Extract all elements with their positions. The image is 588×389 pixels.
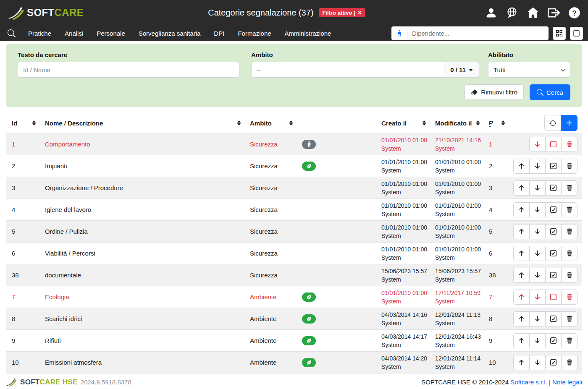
help-icon[interactable]: ? (568, 7, 580, 19)
company-link[interactable]: Softcare s.r.l. (510, 379, 547, 386)
col-header-id[interactable]: Id (6, 120, 39, 127)
logout-icon[interactable] (547, 7, 560, 19)
row-actions (508, 333, 582, 348)
nav-item-analisi[interactable]: Analisi (58, 30, 90, 37)
language-globe-icon[interactable] (505, 6, 519, 19)
toggle-enabled-button[interactable] (545, 224, 562, 239)
move-down-button[interactable] (529, 246, 546, 261)
nav-item-personale[interactable]: Personale (90, 30, 132, 37)
delete-button[interactable] (561, 159, 578, 174)
toggle-enabled-button[interactable] (545, 268, 562, 283)
nav-item-pratiche[interactable]: Pratiche (21, 30, 58, 37)
toggle-enabled-button[interactable] (545, 290, 562, 305)
abilitato-select[interactable]: Tutti (488, 62, 570, 78)
cell-name[interactable]: Ecologia (39, 293, 244, 300)
search-icon[interactable] (5, 29, 18, 38)
sort-icon[interactable] (289, 120, 293, 125)
app-logo[interactable]: SOFTCARE (8, 6, 98, 20)
text-search-input[interactable] (18, 62, 239, 78)
delete-button[interactable] (561, 224, 578, 239)
sort-icon[interactable] (476, 120, 480, 125)
cell-name[interactable]: Igiene del lavoro (39, 206, 244, 213)
move-up-button[interactable] (513, 180, 530, 196)
legal-notes-link[interactable]: Note legali (552, 379, 582, 386)
move-down-button[interactable] (529, 333, 546, 348)
move-up-button[interactable] (513, 202, 530, 217)
add-category-button[interactable] (561, 115, 578, 131)
move-up-button[interactable] (513, 246, 530, 261)
refresh-button[interactable] (544, 115, 561, 131)
delete-button[interactable] (561, 246, 578, 261)
ambito-multiselect[interactable]: -- (251, 62, 444, 78)
col-header-p[interactable]: P (483, 119, 508, 127)
search-button[interactable]: Cerca (530, 84, 570, 100)
move-down-button[interactable] (529, 202, 546, 217)
cell-name[interactable]: Scarichi idrici (39, 315, 244, 322)
move-up-button[interactable] (513, 159, 530, 174)
move-up-button[interactable] (513, 290, 530, 305)
col-header-modificato[interactable]: Modificato il (429, 120, 483, 127)
toggle-enabled-button[interactable] (545, 159, 562, 174)
cell-name[interactable]: Emissioni atmosfera (39, 359, 244, 366)
checkbox-checked-icon (550, 272, 557, 279)
toggle-enabled-button[interactable] (545, 137, 562, 152)
remove-filter-badge-close-icon[interactable]: × (358, 10, 362, 16)
cell-name[interactable]: Comportamento (39, 141, 244, 148)
cell-id: 8 (6, 315, 39, 322)
remove-filter-button[interactable]: Rimuovi filtro (465, 84, 524, 100)
user-icon[interactable] (485, 7, 497, 19)
cell-name[interactable]: documentale (39, 272, 244, 279)
move-up-button[interactable] (513, 355, 530, 370)
cell-id: 4 (6, 206, 39, 213)
move-down-button[interactable] (529, 180, 546, 196)
nav-item-sorveglianza-sanitaria[interactable]: Sorveglianza sanitaria (132, 30, 207, 37)
move-up-button[interactable] (513, 311, 530, 326)
toggle-enabled-button[interactable] (545, 311, 562, 326)
move-down-button[interactable] (529, 355, 546, 370)
cell-name[interactable]: Rifiuti (39, 337, 244, 344)
sort-icon[interactable] (423, 120, 426, 125)
move-down-button[interactable] (529, 137, 546, 152)
move-down-button[interactable] (529, 311, 546, 326)
toggle-enabled-button[interactable] (545, 202, 562, 217)
delete-button[interactable] (561, 268, 578, 283)
toggle-enabled-button[interactable] (545, 180, 562, 196)
cell-name[interactable]: Organizzazione / Procedure (39, 184, 244, 191)
toggle-enabled-button[interactable] (545, 333, 562, 348)
delete-button[interactable] (561, 311, 578, 326)
delete-button[interactable] (561, 333, 578, 348)
col-header-nome[interactable]: Nome / Descrizione (39, 120, 244, 127)
window-square-icon[interactable] (570, 27, 583, 40)
cell-name[interactable]: Ordine / Pulizia (39, 228, 244, 235)
nav-item-formazione[interactable]: Formazione (231, 30, 278, 37)
home-icon[interactable] (527, 7, 539, 18)
checkbox-checked-icon (550, 359, 557, 366)
delete-button[interactable] (561, 202, 578, 217)
trash-icon (566, 162, 573, 170)
delete-button[interactable] (561, 355, 578, 370)
toggle-enabled-button[interactable] (545, 355, 562, 370)
cell-name[interactable]: Viabilità / Percorsi (39, 250, 244, 257)
ambito-counter-button[interactable]: 0 / 11 (444, 62, 479, 78)
qr-grid-icon[interactable] (553, 27, 566, 40)
delete-button[interactable] (561, 290, 578, 305)
nav-item-dpi[interactable]: DPI (207, 30, 231, 37)
sort-icon[interactable] (501, 120, 505, 125)
move-down-button[interactable] (529, 159, 546, 174)
nav-item-amministrazione[interactable]: Amministrazione (278, 30, 338, 37)
move-down-button[interactable] (529, 224, 546, 239)
cell-name[interactable]: Impianti (39, 162, 244, 170)
toggle-enabled-button[interactable] (545, 246, 562, 261)
employee-search-input[interactable] (407, 30, 548, 37)
move-up-button[interactable] (513, 333, 530, 348)
move-up-button[interactable] (513, 224, 530, 239)
move-down-button[interactable] (529, 268, 546, 283)
col-header-ambito[interactable]: Ambito (244, 120, 296, 127)
delete-button[interactable] (561, 137, 578, 152)
move-up-button[interactable] (513, 268, 530, 283)
delete-button[interactable] (561, 180, 578, 196)
sort-icon[interactable] (237, 120, 241, 125)
col-header-creato[interactable]: Creato il (375, 120, 429, 127)
sort-icon[interactable] (32, 120, 36, 125)
move-down-button[interactable] (529, 290, 546, 305)
